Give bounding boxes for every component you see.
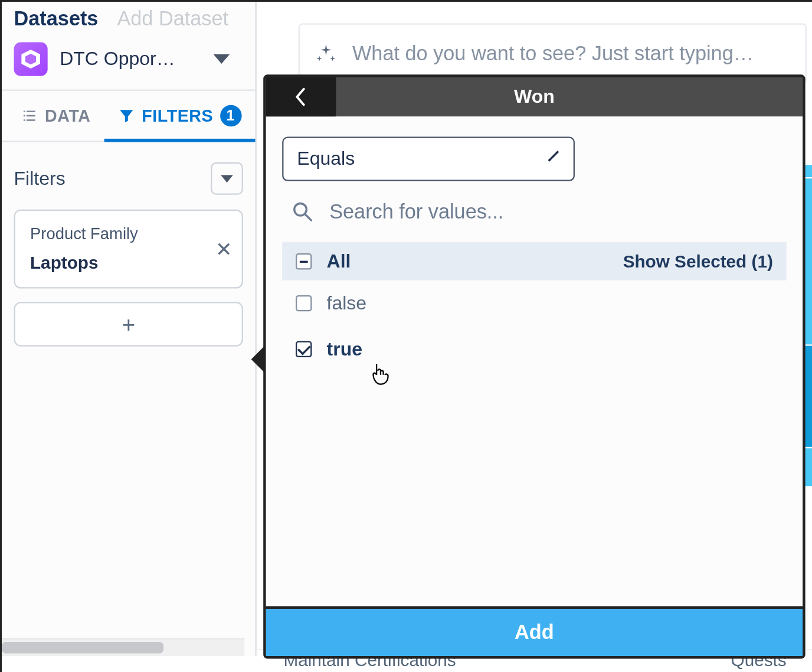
plus-icon: + [122, 311, 135, 338]
panel-footer: Add [266, 606, 803, 657]
back-button[interactable] [266, 77, 336, 116]
cursor-pointer-icon [370, 363, 390, 387]
filter-value-label: Laptops [30, 253, 227, 273]
values-list: All Show Selected (1) false true [282, 242, 786, 372]
show-selected-button[interactable]: Show Selected (1) [623, 251, 773, 272]
query-placeholder: What do you want to see? Just start typi… [352, 43, 754, 66]
filter-card[interactable]: Product Family Laptops ✕ [14, 210, 243, 289]
add-button[interactable]: Add [266, 609, 803, 656]
scrollbar[interactable] [2, 638, 244, 656]
checkbox-indeterminate-icon[interactable] [296, 253, 312, 269]
checkbox-icon[interactable] [296, 295, 312, 311]
filters-heading: Filters [14, 168, 66, 190]
panel-body: Equals Search for values... All Show Sel… [266, 116, 803, 606]
chevron-down-icon [214, 54, 230, 64]
search-icon [292, 201, 313, 223]
add-dataset-button[interactable]: Add Dataset [117, 7, 228, 30]
add-filter-button[interactable]: + [14, 302, 243, 346]
value-row[interactable]: false [282, 280, 786, 327]
svg-line-1 [305, 214, 311, 220]
value-all-label: All [327, 251, 351, 273]
filter-values-panel: Won Equals Search for values... All [263, 74, 805, 658]
panel-header: Won [266, 77, 803, 116]
search-placeholder: Search for values... [329, 200, 503, 223]
datasets-header: Datasets Add Dataset DTC Oppor… [2, 2, 256, 91]
sidebar-tabs: DATA FILTERS 1 [2, 91, 256, 142]
value-search-input[interactable]: Search for values... [282, 196, 786, 227]
tab-filters[interactable]: FILTERS 1 [104, 91, 255, 141]
tab-filters-label: FILTERS [142, 106, 213, 125]
filter-field-label: Product Family [30, 224, 227, 243]
value-row[interactable]: true [282, 326, 786, 372]
filters-body: Filters Product Family Laptops ✕ + [2, 142, 256, 367]
dataset-icon [14, 43, 48, 76]
sparkle-icon [315, 43, 338, 66]
operator-select[interactable]: Equals [282, 136, 575, 181]
chevron-down-icon [221, 175, 233, 182]
dataset-picker[interactable]: DTC Oppor… [14, 43, 243, 76]
list-icon [21, 107, 38, 125]
chevron-down-icon [546, 152, 560, 166]
value-row-all[interactable]: All Show Selected (1) [282, 243, 786, 280]
tab-data[interactable]: DATA [7, 91, 104, 141]
value-label: true [327, 338, 362, 360]
filters-count-badge: 1 [220, 105, 242, 127]
value-label: false [327, 292, 367, 314]
panel-title: Won [266, 86, 803, 108]
operator-label: Equals [297, 148, 355, 170]
filters-options-button[interactable] [211, 162, 243, 195]
datasets-title: Datasets [14, 7, 99, 30]
dataset-name: DTC Oppor… [60, 48, 201, 70]
filter-icon [117, 107, 135, 125]
sidebar: Datasets Add Dataset DTC Oppor… DATA FI [2, 2, 257, 656]
tab-data-label: DATA [45, 106, 90, 125]
close-icon[interactable]: ✕ [215, 239, 233, 259]
checkbox-checked-icon[interactable] [296, 341, 312, 357]
